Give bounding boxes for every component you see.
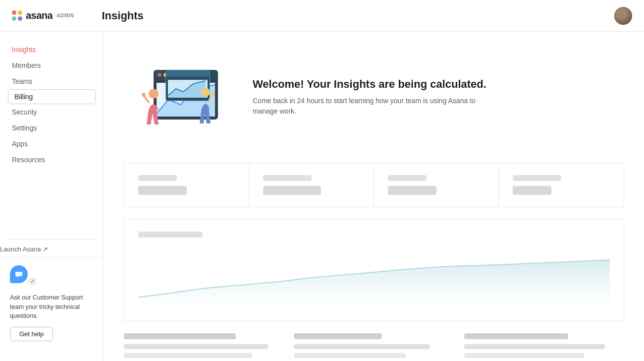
bottom-row-1-1: [124, 344, 268, 349]
main-layout: Insights Members Teams Billing Security …: [0, 32, 644, 361]
sidebar-item-settings[interactable]: Settings: [0, 120, 104, 136]
svg-point-2: [158, 73, 161, 77]
check-mark-icon: ✓: [30, 278, 35, 285]
welcome-section: Welcome! Your Insights are being calcula…: [124, 48, 624, 147]
logo-dot-bl: [12, 16, 16, 21]
sidebar-nav: Insights Members Teams Billing Security …: [0, 42, 104, 235]
stat-value-4: [513, 186, 551, 195]
area-chart: [138, 247, 610, 307]
launch-asana-link[interactable]: Launch Asana ↗: [0, 245, 104, 253]
logo-dots: [12, 10, 23, 21]
stat-card-3: [374, 163, 499, 207]
chat-icons: ✓: [10, 265, 38, 287]
chat-bubble-check: ✓: [27, 276, 38, 287]
logo[interactable]: asana ADMIN: [12, 10, 74, 21]
sidebar-item-billing[interactable]: Billing: [8, 89, 96, 104]
bottom-title-1: [124, 333, 236, 339]
bottom-row-2-1: [294, 344, 430, 349]
external-link-icon: ↗: [43, 245, 48, 253]
stat-card-2: [249, 163, 374, 207]
sidebar-item-apps[interactable]: Apps: [0, 136, 104, 152]
avatar[interactable]: [614, 7, 632, 25]
sidebar-item-resources[interactable]: Resources: [0, 152, 104, 168]
sidebar-divider: [8, 239, 96, 240]
bottom-row-2-2: [294, 353, 406, 358]
sidebar-bottom-section: Launch Asana ↗: [0, 235, 104, 253]
svg-point-16: [212, 92, 215, 95]
bottom-card-3: [464, 333, 624, 361]
sidebar-item-teams[interactable]: Teams: [0, 73, 104, 89]
welcome-subtext: Come back in 24 hours to start learning …: [253, 96, 500, 117]
welcome-heading: Welcome! Your Insights are being calcula…: [253, 78, 500, 91]
bottom-title-2: [294, 333, 382, 339]
stats-row: [124, 163, 624, 207]
bottom-card-1: [124, 333, 284, 361]
logo-dot-br: [18, 16, 22, 21]
stat-card-4: [499, 163, 624, 207]
stat-value-2: [263, 186, 321, 195]
bottom-row-3-2: [464, 353, 585, 358]
stat-value-1: [138, 186, 187, 195]
bottom-title-3: [464, 333, 568, 339]
header-left: asana ADMIN Insights: [12, 9, 144, 22]
logo-text: asana: [26, 10, 53, 21]
logo-dot-tr: [18, 10, 22, 15]
page-title: Insights: [102, 9, 144, 22]
illustration: [124, 55, 233, 139]
chat-bubble-main: [10, 265, 28, 283]
logo-dot-tl: [12, 10, 16, 15]
stat-label-2: [263, 175, 312, 181]
svg-line-12: [144, 96, 149, 102]
support-widget: ✓ Ask our Customer Support team your tri…: [0, 257, 104, 351]
stat-label-1: [138, 175, 177, 181]
chart-label-placeholder: [138, 232, 203, 238]
stat-label-4: [513, 175, 561, 181]
welcome-text: Welcome! Your Insights are being calcula…: [253, 78, 500, 117]
app-header: asana ADMIN Insights: [0, 0, 644, 32]
stat-card-1: [124, 163, 249, 207]
stat-value-3: [388, 186, 436, 195]
sidebar-item-security[interactable]: Security: [0, 104, 104, 120]
chart-section: [124, 219, 624, 321]
welcome-illustration: [124, 55, 233, 139]
bottom-section: [124, 333, 624, 361]
sidebar: Insights Members Teams Billing Security …: [0, 32, 104, 361]
svg-rect-8: [166, 71, 210, 77]
admin-badge: ADMIN: [56, 13, 74, 18]
main-content: Welcome! Your Insights are being calcula…: [104, 32, 644, 361]
svg-point-13: [142, 93, 146, 97]
svg-point-11: [149, 89, 159, 99]
chat-bubble-icon: [14, 271, 23, 278]
bottom-row-3-1: [464, 344, 605, 349]
svg-point-14: [201, 88, 210, 97]
support-text: Ask our Customer Support team your trick…: [10, 293, 94, 321]
avatar-image: [614, 7, 632, 25]
sidebar-item-insights[interactable]: Insights: [0, 42, 104, 58]
bottom-card-2: [294, 333, 454, 361]
get-help-button[interactable]: Get help: [10, 327, 53, 341]
stat-label-3: [388, 175, 427, 181]
launch-asana-label: Launch Asana: [0, 245, 41, 253]
sidebar-item-members[interactable]: Members: [0, 58, 104, 73]
bottom-row-1-2: [124, 353, 252, 358]
